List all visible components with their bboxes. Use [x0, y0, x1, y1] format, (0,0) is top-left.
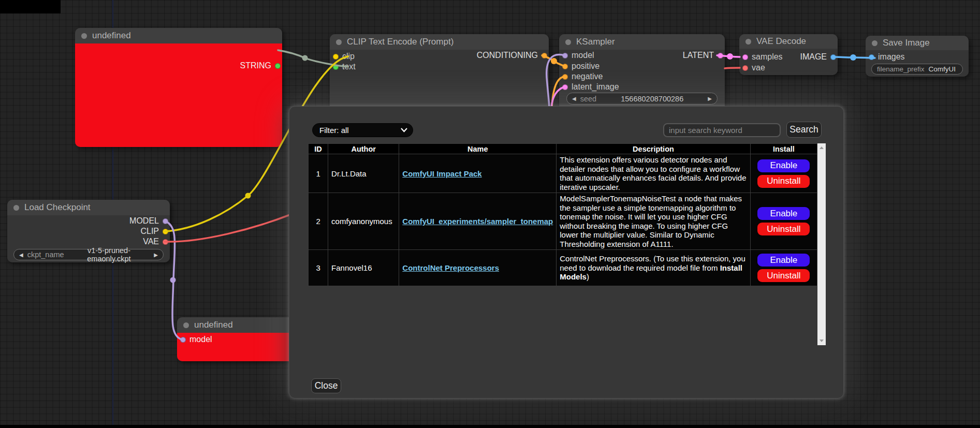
filename-prefix-widget[interactable]: filename_prefix ComfyUI	[871, 64, 963, 75]
output-string-port[interactable]: STRING	[240, 61, 281, 71]
widget-value: v1-5-pruned-emaonly.ckpt	[68, 246, 150, 263]
node-collapse-dot[interactable]	[336, 39, 342, 45]
filter-select-wrap: Filter: all	[312, 123, 413, 137]
input-images-port[interactable]: images	[869, 52, 905, 62]
negative-port-dot[interactable]	[562, 74, 568, 80]
description-text: ControlNet Preprocessors. (To use this e…	[560, 254, 745, 272]
model-port-dot[interactable]	[180, 337, 186, 343]
node-title-bar[interactable]: undefined	[75, 28, 282, 43]
input-model-port[interactable]: model	[562, 50, 594, 61]
node-undefined-top[interactable]: undefined STRING	[75, 28, 282, 147]
enable-button[interactable]: Enable	[757, 159, 810, 172]
vae-port-dot[interactable]	[163, 239, 168, 245]
node-title-bar[interactable]: CLIP Text Encode (Prompt)	[330, 34, 549, 50]
node-collapse-dot[interactable]	[13, 205, 19, 211]
samples-port-dot[interactable]	[742, 54, 748, 60]
search-button[interactable]: Search	[786, 122, 822, 138]
cell-id: 3	[309, 250, 328, 286]
enable-button[interactable]: Enable	[757, 254, 810, 267]
close-button[interactable]: Close	[311, 378, 341, 393]
output-vae-port[interactable]: VAE	[143, 237, 168, 247]
cell-author: Fannovel16	[328, 250, 399, 286]
text-port-dot[interactable]	[333, 64, 339, 70]
extension-link[interactable]: ControlNet Preprocessors	[402, 263, 499, 272]
input-samples-port[interactable]: samples	[742, 52, 783, 62]
table-scrollbar[interactable]	[817, 143, 826, 345]
node-clip-text-encode[interactable]: CLIP Text Encode (Prompt) clip text COND…	[330, 34, 549, 117]
input-clip-port[interactable]: clip	[333, 51, 355, 62]
node-title: KSampler	[576, 37, 615, 47]
input-text-port[interactable]: text	[333, 62, 356, 72]
enable-button[interactable]: Enable	[757, 207, 810, 220]
cell-description: ModelSamplerTonemapNoiseTest a node that…	[557, 193, 750, 250]
input-positive-port[interactable]: positive	[562, 61, 599, 71]
port-label: model	[572, 51, 594, 60]
node-collapse-dot[interactable]	[183, 322, 189, 328]
vae-port-dot[interactable]	[742, 65, 748, 71]
increment-arrow-icon[interactable]: ▶	[708, 96, 712, 101]
positive-port-dot[interactable]	[562, 64, 568, 69]
image-port-dot[interactable]	[830, 54, 836, 60]
node-collapse-dot[interactable]	[565, 39, 571, 45]
scroll-down-icon[interactable]	[820, 340, 824, 342]
node-title-bar[interactable]: Save Image	[866, 36, 969, 50]
node-collapse-dot[interactable]	[872, 40, 877, 46]
table-header-row: ID Author Name Description Install	[309, 144, 817, 154]
latent-port-dot[interactable]	[718, 53, 723, 58]
port-label: latent_image	[572, 82, 619, 92]
output-latent-port[interactable]: LATENT	[683, 50, 723, 61]
node-load-checkpoint[interactable]: Load Checkpoint MODEL CLIP VAE ◀ ckpt_na…	[7, 200, 170, 262]
node-title-bar[interactable]: KSampler	[559, 34, 725, 50]
node-collapse-dot[interactable]	[745, 39, 751, 45]
string-port-dot[interactable]	[275, 63, 281, 69]
filter-select[interactable]: Filter: all	[312, 123, 413, 137]
conditioning-port-dot[interactable]	[542, 53, 547, 58]
header-install: Install	[750, 144, 817, 154]
input-vae-port[interactable]: vae	[742, 63, 765, 73]
node-vae-decode[interactable]: VAE Decode samples vae IMAGE	[739, 34, 838, 75]
node-collapse-dot[interactable]	[81, 33, 87, 39]
output-clip-port[interactable]: CLIP	[140, 226, 168, 237]
clip-port-dot[interactable]	[163, 229, 168, 234]
node-title: CLIP Text Encode (Prompt)	[347, 37, 454, 47]
node-title: Load Checkpoint	[24, 202, 91, 213]
decrement-arrow-icon[interactable]: ◀	[572, 96, 576, 101]
ckpt-name-widget[interactable]: ◀ ckpt_name v1-5-pruned-emaonly.ckpt ▶	[13, 249, 164, 260]
node-title-bar[interactable]: VAE Decode	[739, 34, 838, 49]
cell-description: ControlNet Preprocessors. (To use this e…	[557, 250, 750, 286]
input-model-port[interactable]: model	[180, 334, 212, 345]
images-port-dot[interactable]	[869, 54, 874, 60]
uninstall-button[interactable]: Uninstall	[757, 269, 810, 282]
increment-arrow-icon[interactable]: ▶	[154, 252, 158, 258]
extension-link[interactable]: ComfyUI Impact Pack	[402, 169, 481, 178]
cell-id: 1	[309, 154, 328, 193]
node-title-bar[interactable]: undefined	[177, 317, 301, 333]
output-model-port[interactable]: MODEL	[129, 216, 168, 226]
output-conditioning-port[interactable]: CONDITIONING	[477, 50, 547, 61]
input-latent-image-port[interactable]: latent_image	[562, 82, 619, 92]
search-input[interactable]	[663, 123, 781, 137]
header-author: Author	[328, 144, 399, 154]
port-label: text	[342, 62, 356, 71]
output-image-port[interactable]: IMAGE	[800, 52, 836, 62]
input-negative-port[interactable]: negative	[562, 71, 603, 82]
decrement-arrow-icon[interactable]: ◀	[19, 252, 23, 258]
description-text: )	[587, 272, 589, 281]
latent-image-port-dot[interactable]	[562, 84, 568, 90]
uninstall-button[interactable]: Uninstall	[757, 175, 810, 188]
port-label: MODEL	[129, 216, 159, 226]
clip-port-dot[interactable]	[333, 54, 339, 60]
node-title: undefined	[194, 320, 233, 330]
node-title-bar[interactable]: Load Checkpoint	[7, 200, 170, 215]
uninstall-button[interactable]: Uninstall	[757, 223, 810, 235]
extension-link[interactable]: ComfyUI_experiments/sampler_tonemap	[402, 217, 553, 226]
node-undefined-bottom[interactable]: undefined model	[177, 317, 301, 361]
seed-widget[interactable]: ◀ seed 156680208700286 ▶	[566, 93, 718, 105]
port-label: model	[189, 335, 212, 344]
node-save-image[interactable]: Save Image images filename_prefix ComfyU…	[866, 36, 969, 77]
model-port-dot[interactable]	[562, 53, 568, 58]
scroll-up-icon[interactable]	[820, 146, 824, 149]
node-ksampler[interactable]: KSampler model positive negative latent_…	[559, 34, 725, 112]
model-port-dot[interactable]	[163, 218, 168, 224]
port-label: vae	[752, 63, 765, 72]
